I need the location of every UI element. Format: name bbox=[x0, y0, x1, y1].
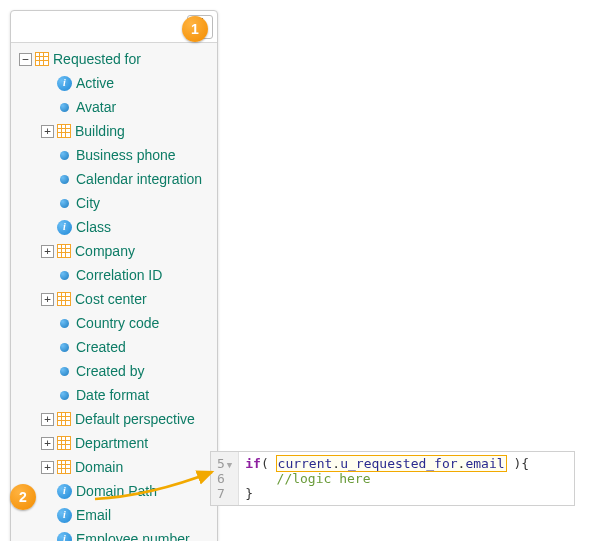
tree-item-label: Building bbox=[75, 121, 125, 141]
svg-rect-23 bbox=[66, 245, 70, 248]
tree-item[interactable]: Active bbox=[11, 71, 217, 95]
info-icon bbox=[57, 220, 72, 235]
svg-rect-9 bbox=[44, 61, 48, 65]
tree-item[interactable]: Business phone bbox=[11, 143, 217, 167]
tree-item[interactable]: +Cost center bbox=[11, 287, 217, 311]
tree-item[interactable]: +Company bbox=[11, 239, 217, 263]
tree-item-label: Created bbox=[76, 337, 126, 357]
highlighted-expression: current.u_requested_for.email bbox=[277, 456, 506, 471]
expand-icon[interactable]: + bbox=[41, 293, 54, 306]
svg-rect-37 bbox=[58, 301, 61, 305]
svg-rect-8 bbox=[40, 61, 43, 65]
dot-icon bbox=[60, 103, 69, 112]
info-icon bbox=[57, 508, 72, 523]
svg-rect-61 bbox=[58, 461, 61, 464]
tree-item[interactable]: Employee number bbox=[11, 527, 217, 541]
svg-rect-67 bbox=[58, 469, 61, 473]
svg-rect-35 bbox=[62, 297, 65, 300]
fold-icon[interactable]: ▼ bbox=[227, 460, 232, 470]
table-icon bbox=[57, 292, 71, 306]
svg-rect-31 bbox=[58, 293, 61, 296]
callout-badge-1: 1 bbox=[182, 16, 208, 42]
tree-item[interactable]: Country code bbox=[11, 311, 217, 335]
tree-item-label: Created by bbox=[76, 361, 144, 381]
svg-rect-33 bbox=[66, 293, 70, 296]
tree-item-label: Domain Path bbox=[76, 481, 157, 501]
tree-item-label: Domain bbox=[75, 457, 123, 477]
tree-item[interactable]: Correlation ID bbox=[11, 263, 217, 287]
line-number: 6 bbox=[217, 471, 225, 486]
tree-item[interactable]: +Department bbox=[11, 431, 217, 455]
info-icon bbox=[57, 532, 72, 542]
svg-rect-29 bbox=[66, 253, 70, 257]
svg-rect-3 bbox=[44, 53, 48, 56]
tree-item[interactable]: Created bbox=[11, 335, 217, 359]
tree-item[interactable]: Email bbox=[11, 503, 217, 527]
code-snippet-panel: 5▼ 6▼ 7▼ if( current.u_requested_for.ema… bbox=[210, 451, 575, 506]
dot-icon bbox=[60, 391, 69, 400]
svg-rect-57 bbox=[58, 445, 61, 449]
line-number: 5 bbox=[217, 456, 225, 471]
svg-rect-28 bbox=[62, 253, 65, 257]
tree-item-label: Date format bbox=[76, 385, 149, 405]
expand-icon[interactable]: + bbox=[41, 125, 54, 138]
svg-rect-65 bbox=[62, 465, 65, 468]
tree-item[interactable]: Class bbox=[11, 215, 217, 239]
svg-rect-39 bbox=[66, 301, 70, 305]
svg-rect-47 bbox=[58, 421, 61, 425]
tree-item[interactable]: City bbox=[11, 191, 217, 215]
svg-rect-53 bbox=[66, 437, 70, 440]
tree-item[interactable]: Avatar bbox=[11, 95, 217, 119]
svg-rect-2 bbox=[40, 53, 43, 56]
tree-item[interactable]: Calendar integration bbox=[11, 167, 217, 191]
svg-rect-41 bbox=[58, 413, 61, 416]
table-icon bbox=[35, 52, 49, 66]
svg-rect-52 bbox=[62, 437, 65, 440]
svg-rect-68 bbox=[62, 469, 65, 473]
expand-icon[interactable]: + bbox=[41, 461, 54, 474]
tree-item[interactable]: Created by bbox=[11, 359, 217, 383]
svg-rect-46 bbox=[66, 417, 70, 420]
svg-rect-42 bbox=[62, 413, 65, 416]
tree-item-label: Active bbox=[76, 73, 114, 93]
collapse-icon[interactable]: − bbox=[19, 53, 32, 66]
svg-rect-15 bbox=[62, 129, 65, 132]
svg-rect-4 bbox=[36, 57, 39, 60]
tree-root-requested-for[interactable]: − Requested for bbox=[11, 47, 217, 71]
tree-item[interactable]: Domain Path bbox=[11, 479, 217, 503]
tree-item[interactable]: +Building bbox=[11, 119, 217, 143]
tree-item[interactable]: Date format bbox=[11, 383, 217, 407]
expand-icon[interactable]: + bbox=[41, 413, 54, 426]
tree-root-label: Requested for bbox=[53, 49, 141, 69]
dot-icon bbox=[60, 343, 69, 352]
svg-rect-45 bbox=[62, 417, 65, 420]
svg-rect-5 bbox=[40, 57, 43, 60]
svg-rect-34 bbox=[58, 297, 61, 300]
svg-rect-27 bbox=[58, 253, 61, 257]
tree-item[interactable]: +Domain bbox=[11, 455, 217, 479]
code-content[interactable]: if( current.u_requested_for.email ){ //l… bbox=[239, 452, 535, 505]
tree-item-label: Cost center bbox=[75, 289, 147, 309]
tree-item-label: Correlation ID bbox=[76, 265, 162, 285]
info-icon bbox=[57, 484, 72, 499]
svg-rect-62 bbox=[62, 461, 65, 464]
table-icon bbox=[57, 124, 71, 138]
callout-badge-2: 2 bbox=[10, 484, 36, 510]
svg-rect-64 bbox=[58, 465, 61, 468]
svg-rect-66 bbox=[66, 465, 70, 468]
svg-rect-38 bbox=[62, 301, 65, 305]
expand-icon[interactable]: + bbox=[41, 437, 54, 450]
tree-item[interactable]: +Default perspective bbox=[11, 407, 217, 431]
expand-icon[interactable]: + bbox=[41, 245, 54, 258]
tree-item-label: Country code bbox=[76, 313, 159, 333]
svg-rect-21 bbox=[58, 245, 61, 248]
tree-item-label: Default perspective bbox=[75, 409, 195, 429]
svg-rect-18 bbox=[62, 133, 65, 137]
svg-rect-59 bbox=[66, 445, 70, 449]
svg-rect-56 bbox=[66, 441, 70, 444]
svg-rect-26 bbox=[66, 249, 70, 252]
svg-rect-58 bbox=[62, 445, 65, 449]
svg-rect-1 bbox=[36, 53, 39, 56]
svg-rect-22 bbox=[62, 245, 65, 248]
line-number: 7 bbox=[217, 486, 225, 501]
